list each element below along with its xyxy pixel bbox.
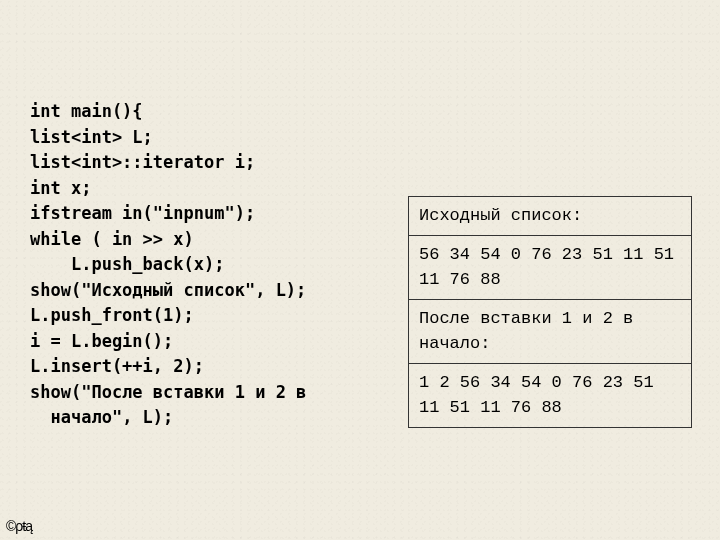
- code-line: show("После вставки 1 и 2 в начало", L);: [30, 382, 306, 428]
- code-line: i = L.begin();: [30, 331, 173, 351]
- output-values-1: 56 34 54 0 76 23 51 11 51 11 76 88: [409, 236, 691, 300]
- code-line: list<int>::iterator i;: [30, 152, 255, 172]
- output-heading-2: После вставки 1 и 2 в начало:: [409, 300, 691, 364]
- code-block: int main(){ list<int> L; list<int>::iter…: [30, 99, 390, 431]
- code-line: show("Исходный список", L);: [30, 280, 306, 300]
- code-line: list<int> L;: [30, 127, 153, 147]
- code-line: L.insert(++i, 2);: [30, 356, 204, 376]
- code-line: while ( in >> x): [30, 229, 194, 249]
- copyright: ©ρŧą: [6, 518, 32, 534]
- code-line: int x;: [30, 178, 91, 198]
- code-line: L.push_back(x);: [30, 254, 224, 274]
- output-values-2: 1 2 56 34 54 0 76 23 51 11 51 11 76 88: [409, 364, 691, 427]
- slide: int main(){ list<int> L; list<int>::iter…: [0, 0, 720, 540]
- output-heading-1: Исходный список:: [409, 197, 691, 236]
- code-line: int main(){: [30, 101, 143, 121]
- code-line: L.push_front(1);: [30, 305, 194, 325]
- code-line: ifstream in("inpnum");: [30, 203, 255, 223]
- output-box: Исходный список: 56 34 54 0 76 23 51 11 …: [408, 196, 692, 428]
